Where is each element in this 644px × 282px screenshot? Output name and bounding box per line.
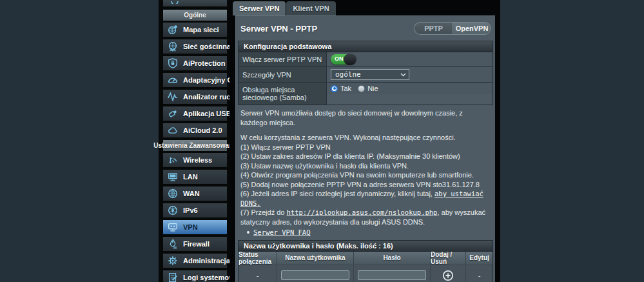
sidebar-item-label: Mapa sieci <box>183 26 219 34</box>
vpn-description: Serwer VPN umożliwia dostęp do sieci dom… <box>236 105 495 240</box>
sidebar-item-usb-application[interactable]: Aplikacja USB <box>163 106 227 121</box>
sidebar-section-advanced: Ustawienia Zaawansowane <box>163 140 227 151</box>
sidebar-item-administration[interactable]: Administracja <box>163 254 227 268</box>
tab-vpn-client[interactable]: Klient VPN <box>286 1 335 15</box>
chevron-down-icon <box>400 73 406 77</box>
network-map-icon <box>167 24 179 35</box>
wan-globe-icon <box>167 188 179 199</box>
sidebar-item-label: IPv6 <box>183 206 198 214</box>
sidebar-item-label: Aplikacja USB <box>183 110 231 117</box>
sidebar-item-label: LAN <box>183 173 198 181</box>
vpn-details-row: Szczegóły VPN ogólne <box>239 67 493 83</box>
partial-icon <box>169 0 181 4</box>
sidebar-item-label: AiCloud 2.0 <box>183 126 222 134</box>
vpn-details-select[interactable]: ogólne <box>331 69 409 80</box>
sidebar-item-wireless[interactable]: Wireless <box>163 153 227 167</box>
vpn-details-label: Szczegóły VPN <box>239 67 327 82</box>
step-2: (2) Ustaw zakres adresów IP dla klienta … <box>240 152 491 161</box>
samba-yes-option[interactable]: Tak <box>331 85 351 92</box>
content-panel: Serwer VPN - PPTP PPTP OpenVPN Konfigura… <box>235 15 495 282</box>
basic-config-header: Konfiguracja podstawowa <box>239 41 493 52</box>
sidebar-item-network-map[interactable]: Mapa sieci <box>163 23 227 37</box>
samba-yes-label: Tak <box>340 85 351 92</box>
sidebar-item-guest-network[interactable]: Sieć gościnna <box>163 39 227 54</box>
vpn-faq-link[interactable]: Serwer VPN FAQ <box>253 228 311 237</box>
samba-label: Obsługa miejsca sieciowego (Samba) <box>239 83 327 105</box>
iplookup-link[interactable]: http://iplookup.asus.com/nslookup.php <box>287 208 438 216</box>
protocol-switch: PPTP OpenVPN <box>414 22 491 35</box>
column-add-delete: Dodaj / Usuń <box>431 252 466 265</box>
step-3: (3) Ustaw nazwę użytkownika i hasło dla … <box>240 161 491 171</box>
sidebar-item-label: Sieć gościnna <box>183 43 231 50</box>
vpn-monitor-icon <box>167 221 179 233</box>
plus-circle-icon <box>442 270 454 281</box>
sidebar-item-firewall[interactable]: Firewall <box>163 237 227 251</box>
vpn-tabs: Serwer VPN Klient VPN <box>233 1 336 15</box>
page-title: Serwer VPN - PPTP <box>240 24 317 34</box>
pptp-button[interactable]: PPTP <box>414 22 453 35</box>
step-6-text: (6) Jeżeli adres IP sieci rozległej jest… <box>240 190 434 197</box>
password-input[interactable] <box>358 270 426 280</box>
sidebar-item-label: WAN <box>183 190 200 197</box>
system-log-icon <box>167 272 179 282</box>
step-6: (6) Jeżeli adres IP sieci rozległej jest… <box>240 189 491 208</box>
samba-no-option[interactable]: Nie <box>358 85 378 92</box>
table-column-headers: Status połączenia Nazwa użytkownika Hasł… <box>239 252 493 265</box>
sidebar-item-aicloud[interactable]: AiCloud 2.0 <box>163 123 227 137</box>
tab-vpn-server[interactable]: Serwer VPN <box>233 1 286 15</box>
lan-monitor-icon <box>167 171 179 183</box>
traffic-pulse-icon <box>167 91 179 103</box>
sidebar-item-label: VPN <box>183 223 198 231</box>
add-user-button[interactable] <box>442 270 454 281</box>
cloud-icon <box>167 125 179 136</box>
sidebar-item-system-log[interactable]: Logi systemowe <box>163 270 227 282</box>
gauge-icon <box>167 74 179 86</box>
firewall-flame-icon <box>167 238 179 250</box>
wireless-icon <box>167 154 179 166</box>
sidebar-item-ipv6[interactable]: IPv6 <box>163 203 227 217</box>
usb-icon <box>167 108 179 119</box>
step-7: (7) Przejdź do http://iplookup.asus.com/… <box>240 208 491 227</box>
column-password: Hasło <box>354 252 431 265</box>
openvpn-button[interactable]: OpenVPN <box>453 22 491 35</box>
samba-no-label: Nie <box>367 85 378 92</box>
connection-status-value: - <box>239 265 277 282</box>
enable-pptp-label: Włącz serwer PPTP VPN <box>239 52 327 66</box>
step-7-text: (7) Przejdź do <box>240 208 287 216</box>
sidebar-item-lan[interactable]: LAN <box>163 170 227 184</box>
sidebar-item-vpn[interactable]: VPN <box>163 220 227 234</box>
user-password-section: Nazwa użytkownika i hasło (Maks. ilość :… <box>238 240 493 282</box>
sidebar-item-label: Wireless <box>183 156 212 164</box>
sidebar-item-label: Administracja <box>183 257 230 265</box>
user-password-header: Nazwa użytkownika i hasło (Maks. ilość :… <box>239 241 493 252</box>
radio-checked-icon[interactable] <box>331 85 338 92</box>
sidebar-item-adaptive-qos[interactable]: Adaptacyjny QoS <box>163 73 227 87</box>
enable-pptp-toggle[interactable]: ON <box>331 54 356 65</box>
step-5: (5) Dodaj nowe połączenie PPTP VPN a adr… <box>240 180 491 190</box>
column-edit: Edytuj <box>466 252 493 265</box>
radio-unchecked-icon[interactable] <box>358 85 365 92</box>
steps-intro: W celu korzystania z serwera VPN. Wykona… <box>240 133 491 143</box>
main-content-area: Serwer VPN Klient VPN Serwer VPN - PPTP … <box>229 0 500 282</box>
sidebar-item-traffic-analyzer[interactable]: Analizator ruchu <box>163 90 227 104</box>
sidebar-section-general: Ogólne <box>163 10 227 21</box>
gear-icon <box>167 255 179 267</box>
ipv6-globe-icon <box>167 205 179 216</box>
edit-value: - <box>466 265 493 282</box>
shield-lock-icon <box>167 57 179 69</box>
sidebar: Ogólne Mapa sieci Sieć gościnna AiProtec… <box>159 0 229 282</box>
sidebar-item-aiprotection[interactable]: AiProtection <box>163 56 227 70</box>
sidebar-item-partial-top[interactable] <box>163 0 227 6</box>
username-input[interactable] <box>281 270 349 280</box>
sidebar-item-label: Firewall <box>183 240 210 248</box>
toggle-on-label: ON <box>335 55 344 62</box>
table-row: - - <box>239 265 493 282</box>
step-1: (1) Włącz serwer PPTP VPN <box>240 143 491 152</box>
sidebar-item-wan[interactable]: WAN <box>163 186 227 201</box>
column-connection-status: Status połączenia <box>239 252 277 265</box>
enable-pptp-row: Włącz serwer PPTP VPN ON <box>239 52 493 67</box>
samba-row: Obsługa miejsca sieciowego (Samba) Tak N… <box>239 83 493 105</box>
basic-config-section: Konfiguracja podstawowa Włącz serwer PPT… <box>238 41 493 105</box>
toggle-knob[interactable] <box>344 54 356 65</box>
guest-network-icon <box>167 41 179 52</box>
